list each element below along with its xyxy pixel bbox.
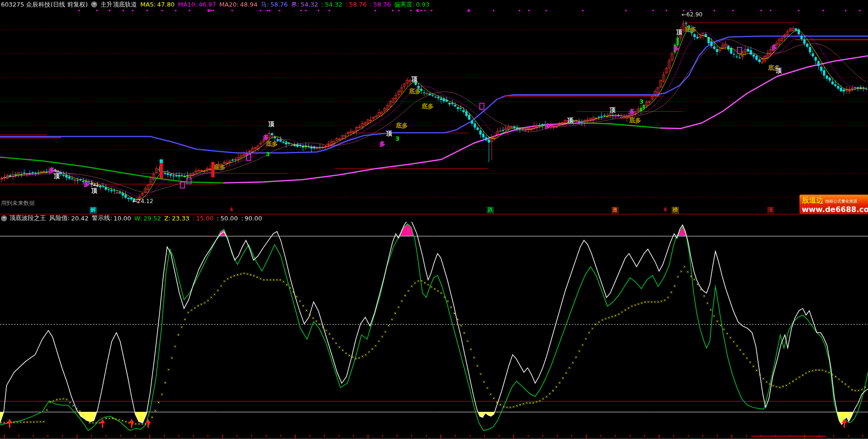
level50-label: : xyxy=(217,215,219,222)
chart-annotation: 底多 xyxy=(266,141,278,147)
sub-indicator-name[interactable]: 顶底波段之王 xyxy=(9,214,46,222)
signal-tag: ŝ xyxy=(663,207,668,212)
chart-annotation: 底多 xyxy=(214,164,226,170)
level50-value: 50.00 xyxy=(220,215,238,222)
sub-indicator-header: 顶底波段之王 风险值: 20.42 警示线: 10.00 W: 29.52 Z:… xyxy=(0,214,868,222)
chart-annotation: 3 xyxy=(639,98,644,105)
magenta-line-value: 58.76 xyxy=(373,1,391,8)
chart-annotation: 底多 xyxy=(422,103,434,109)
ad-banner[interactable]: 股道边 指标公式量化资源 www.de6688.com xyxy=(799,195,868,214)
green-line-value: 54.32 xyxy=(325,1,342,8)
red-line-label: : xyxy=(346,1,347,8)
level15-value: 15.00 xyxy=(196,215,214,222)
signal-tag: ŝ xyxy=(230,207,234,212)
signal-tag: 激 xyxy=(612,207,619,213)
chart-annotation: 顶 xyxy=(567,117,573,123)
stock-title: 603275 众辰科技(日线 前复权) xyxy=(1,0,88,9)
signal-tag: 涨 xyxy=(767,207,774,213)
w-label: W: xyxy=(134,215,142,222)
level90-label: : xyxy=(241,215,243,222)
chart-annotation: 底多 xyxy=(396,122,408,129)
chart-annotation: 顶 xyxy=(776,68,782,74)
risk-value: 20.42 xyxy=(71,215,88,222)
z-value: 23.33 xyxy=(172,215,189,222)
chart-annotation: 多 xyxy=(629,108,635,114)
chart-annotation: 多 xyxy=(263,134,269,140)
chart-annotation: 顶 xyxy=(268,121,274,127)
banner-tagline: 指标公式量化资源 xyxy=(825,199,857,204)
chart-annotation: 顶 xyxy=(676,29,682,35)
chart-annotation: 3 xyxy=(395,136,399,142)
warn-value: 10.00 xyxy=(114,215,131,222)
signal-tag: 榜 xyxy=(672,207,679,213)
trading-app-window: 603275 众辰科技(日线 前复权) 主升顶底轨道 MA5: 47.80 MA… xyxy=(0,0,868,439)
chart-annotation: 多 xyxy=(673,45,679,51)
track-low-label: 界: xyxy=(291,0,299,9)
ma20-label: MA20: xyxy=(219,1,238,8)
chart-annotation: 底多 xyxy=(629,117,641,123)
title-bar: 603275 众辰科技(日线 前复权) 主升顶底轨道 MA5: 47.80 MA… xyxy=(0,0,868,9)
future-data-note: 用到未来数据 xyxy=(1,200,35,206)
low-price-label: ←24.12 xyxy=(132,198,153,204)
collapse-icon[interactable] xyxy=(91,1,97,8)
chart-annotation: 多 xyxy=(545,123,551,129)
ma20-value: 48.94 xyxy=(240,1,257,8)
warn-label: 警示线: xyxy=(92,214,112,222)
chart-annotation: 底多 xyxy=(409,88,421,94)
deviation-label: 偏离度: xyxy=(394,0,415,9)
overlay-indicator-name[interactable]: 主升顶底轨道 xyxy=(100,0,137,9)
track-up-label: 马: xyxy=(261,0,269,9)
level90-value: 90.00 xyxy=(245,215,262,222)
z-label: Z: xyxy=(164,215,170,222)
chart-annotation: 顶 xyxy=(609,107,615,113)
magenta-line-label: : xyxy=(370,1,372,8)
risk-label: 风险值: xyxy=(49,214,69,222)
track-low-value: 54.32 xyxy=(301,1,318,8)
high-price-label: ←62.90 xyxy=(682,12,702,17)
collapse-sub-icon[interactable] xyxy=(1,215,7,221)
level15-label: : xyxy=(192,215,194,222)
red-line-value: 58.76 xyxy=(349,1,367,8)
ma5-value: 47.80 xyxy=(157,1,175,8)
chart-annotation: 多 xyxy=(379,141,385,147)
banner-url[interactable]: www.de6688.com xyxy=(802,205,868,214)
chart-annotation: 3 xyxy=(266,151,270,157)
chart-annotation: 顶 xyxy=(91,188,97,194)
chart-annotation: 多 xyxy=(771,44,777,50)
chart-annotation: 顶 xyxy=(54,173,60,179)
chart-annotation: 顶 xyxy=(386,130,392,136)
signal-tag: 解 xyxy=(90,207,97,213)
deviation-value: 0.93 xyxy=(416,1,430,8)
chart-annotation: 多 xyxy=(84,181,90,187)
ma10-value: 46.97 xyxy=(199,1,216,8)
chart-annotation: 顶 xyxy=(411,76,417,82)
chart-annotation: 底多 xyxy=(684,26,697,32)
track-up-value: 58.76 xyxy=(270,1,288,8)
signal-tag: 跌 xyxy=(487,207,494,213)
ma10-label: MA10: xyxy=(178,1,197,8)
ma5-label: MA5: xyxy=(140,1,156,8)
green-line-label: : xyxy=(322,1,323,8)
banner-brand: 股道边 xyxy=(802,196,823,205)
w-value: 29.52 xyxy=(144,215,161,222)
